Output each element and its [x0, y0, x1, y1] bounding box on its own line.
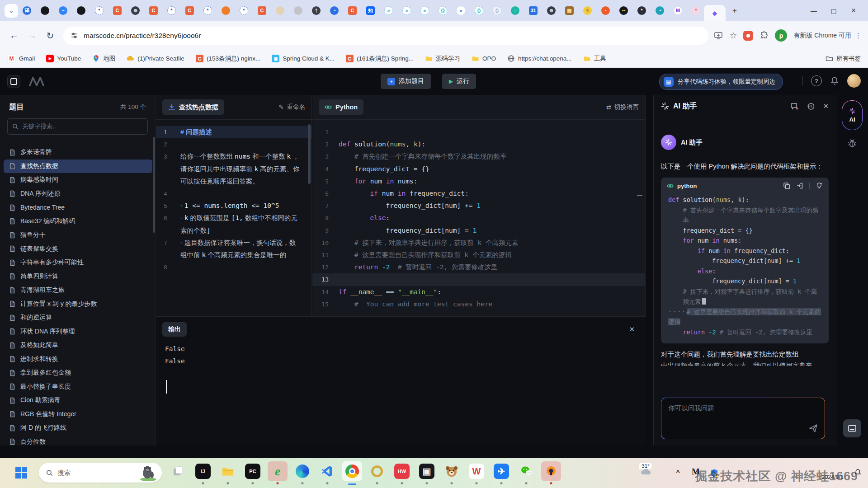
problem-list-item[interactable]: 多米诺骨牌 — [4, 145, 152, 160]
problem-list-item[interactable]: 字符串有多少种可能性 — [4, 256, 152, 270]
switch-language-button[interactable]: ⇄ 切换语言 — [606, 103, 639, 111]
bookmark-item[interactable]: 源码学习 — [425, 55, 460, 63]
code-line[interactable]: 14if __name__ == "__main__": — [312, 286, 645, 298]
problem-list-item[interactable]: 链表聚集交换 — [4, 242, 152, 256]
promo-banner[interactable]: ▤ 分享代码练习体验，领限量定制周边 — [659, 74, 783, 90]
tab-favicon[interactable]: () — [493, 6, 501, 15]
bookmark-item[interactable]: (1)Private Seafile — [127, 55, 184, 62]
taskbar-app-dog-app[interactable] — [442, 461, 462, 481]
problem-list-item[interactable]: 猫鱼分干 — [4, 228, 152, 242]
tab-favicon[interactable] — [77, 6, 85, 15]
close-button[interactable]: × — [844, 3, 863, 19]
taskbar-app-feishu[interactable]: ✈ — [491, 461, 511, 481]
language-tab[interactable]: Python — [319, 99, 363, 115]
send-icon[interactable] — [808, 423, 818, 433]
code-line[interactable]: 11# 这里需要您自己实现排序和获取前 k 个元素的逻辑 — [312, 249, 645, 261]
chrome-update-button[interactable]: 有新版 Chrome 可用 ⋮ — [793, 32, 862, 40]
marscode-logo-icon[interactable] — [28, 76, 45, 86]
tab-favicon[interactable]: {} — [439, 6, 447, 15]
output-tab[interactable]: 输出 — [162, 322, 187, 337]
problem-list-item[interactable]: 最小替换子串长度 — [4, 380, 152, 394]
problem-list-item[interactable]: 青海湖租车之旅 — [4, 283, 152, 297]
taskbar-app-wps[interactable]: W — [467, 461, 486, 481]
ai-chat-input[interactable]: 你可以问我问题 — [661, 398, 825, 439]
tab-favicon[interactable]: * — [167, 6, 176, 15]
problem-list-item[interactable]: 简单四则计算 — [4, 270, 152, 284]
minimize-button[interactable]: — — [804, 3, 824, 19]
problem-list-item[interactable]: Base32 编码和解码 — [4, 215, 152, 229]
url-bar[interactable]: marscode.cn/practice/r328eny6jooo6r — [63, 27, 708, 45]
tab-favicon[interactable]: ≈ — [583, 6, 592, 15]
problem-list-item[interactable]: Bytedance Tree — [4, 201, 152, 215]
weather-widget[interactable]: 31° — [636, 461, 656, 475]
tab-favicon[interactable]: † — [312, 6, 321, 15]
tab-favicon[interactable]: 译 — [23, 6, 31, 15]
tab-search-chevron-icon[interactable]: ⌄ — [5, 4, 18, 18]
taskbar-search[interactable]: 搜索 — [39, 463, 162, 483]
history-icon[interactable] — [807, 102, 815, 111]
taskbar-app-internet-explorer[interactable]: e — [268, 461, 288, 481]
bookmark-item[interactable]: https://chat.opena... — [507, 55, 572, 62]
tab-favicon[interactable]: C — [348, 6, 357, 15]
code-line[interactable]: 4frequency_dict = {} — [312, 163, 645, 175]
extension-red-icon[interactable] — [743, 31, 753, 41]
security-shield-icon[interactable]: ! — [710, 469, 719, 478]
taskbar-app-edge[interactable] — [292, 461, 312, 481]
tab-favicon[interactable]: •• — [619, 6, 628, 15]
rename-button[interactable]: ✎ 重命名 — [278, 103, 305, 111]
bookmark-item[interactable]: C(161条消息) Spring... — [346, 55, 414, 63]
tray-date[interactable]: 2024/9/1 — [821, 474, 844, 480]
active-tab[interactable]: ◆ — [704, 5, 726, 21]
taskbar-app-box-app[interactable]: ▣ — [417, 461, 437, 481]
problem-list-item[interactable]: RGB 色值转 Integer — [4, 408, 152, 422]
tab-favicon[interactable]: » — [457, 6, 465, 15]
code-line[interactable]: 6if num in frequency_dict: — [312, 188, 645, 200]
tab-favicon[interactable]: ◔ — [330, 6, 339, 15]
problem-list-item[interactable]: 和的逆运算 — [4, 311, 152, 325]
bookmark-item[interactable]: 地图 — [92, 55, 115, 63]
tab-favicon[interactable]: ▦ — [565, 6, 574, 15]
problem-list-item[interactable]: 查找热点数据 — [4, 160, 152, 174]
taskbar-app-vscode[interactable] — [317, 461, 337, 481]
tab-favicon[interactable]: ⊕ — [131, 6, 140, 15]
bookmark-item[interactable]: 工具 — [583, 55, 606, 63]
problem-list-item[interactable]: 环状 DNA 序列整理 — [4, 325, 152, 339]
taskbar-app-intellij-idea[interactable]: IJ — [193, 461, 213, 481]
profile-avatar[interactable]: p — [775, 29, 787, 42]
all-bookmarks-button[interactable]: 所有书签 — [826, 55, 861, 63]
problem-list-item[interactable]: 阿 D 的飞行路线 — [4, 421, 152, 435]
install-icon[interactable] — [714, 31, 723, 40]
tab-favicon[interactable]: 知 — [366, 6, 375, 15]
problem-list-item[interactable]: 及格如此简单 — [4, 338, 152, 352]
code-line[interactable]: 2def solution(nums, k): — [312, 138, 645, 150]
toggle-panel-button[interactable] — [843, 419, 861, 437]
tab-favicon[interactable]: » — [402, 6, 411, 15]
site-settings-icon[interactable] — [71, 32, 78, 39]
tab-favicon[interactable]: C — [113, 6, 122, 15]
tab-favicon[interactable]: C — [258, 6, 266, 15]
taskbar-app-chrome[interactable] — [342, 461, 362, 481]
tab-favicon[interactable]: * — [95, 6, 104, 15]
search-input[interactable]: 关键字搜索... — [7, 118, 148, 135]
back-button[interactable]: ← — [6, 28, 22, 43]
code-line[interactable]: 1 — [312, 126, 645, 138]
help-icon[interactable]: ? — [811, 75, 822, 86]
bookmark-item[interactable]: OPO — [472, 55, 496, 62]
forward-button[interactable]: → — [24, 28, 40, 43]
problem-list-item[interactable]: 百分位数 — [4, 435, 152, 446]
notification-center-icon[interactable] — [854, 469, 862, 476]
insert-code-icon[interactable] — [796, 182, 803, 189]
code-line[interactable]: 10# 接下来，对频率字典进行排序，获取前 k 个高频元素 — [312, 237, 645, 249]
code-line[interactable]: 13 — [312, 273, 645, 286]
bookmark-item[interactable]: ▣Spring Cloud & K... — [272, 55, 335, 62]
tab-favicon[interactable] — [294, 6, 302, 15]
code-line[interactable]: 5for num in nums: — [312, 175, 645, 188]
tab-favicon[interactable]: » — [420, 6, 429, 15]
url-text[interactable]: marscode.cn/practice/r328eny6jooo6r — [84, 32, 201, 40]
user-avatar[interactable] — [847, 74, 861, 88]
taskbar-app-huawei-store[interactable]: HW — [392, 461, 412, 481]
tab-favicon[interactable]: M — [674, 6, 682, 15]
taskbar-app-pycharm[interactable]: PC — [243, 461, 263, 481]
notification-bell-icon[interactable] — [830, 76, 839, 85]
problem-list-item[interactable]: 病毒感染时间 — [4, 173, 152, 187]
